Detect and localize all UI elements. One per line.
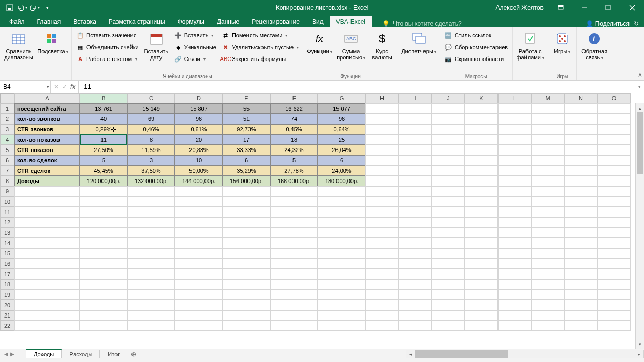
cell[interactable]: 33,33%	[223, 145, 270, 155]
cell[interactable]	[127, 207, 175, 217]
cell[interactable]	[531, 197, 564, 207]
cell[interactable]	[531, 217, 564, 228]
cell[interactable]: 15 807	[175, 103, 223, 114]
cell[interactable]	[531, 134, 564, 145]
cell[interactable]	[465, 238, 498, 248]
cell[interactable]: 74	[270, 114, 318, 124]
cell[interactable]	[432, 186, 465, 197]
cell[interactable]	[80, 207, 127, 217]
ribbon-options-icon[interactable]	[549, 0, 573, 15]
currency-button[interactable]: $ Курс валюты	[370, 29, 394, 72]
cell[interactable]: 16 622	[270, 103, 318, 114]
merge-cells-button[interactable]: ▦Объединить ячейки	[75, 41, 140, 53]
cell[interactable]	[80, 321, 127, 331]
cell[interactable]	[432, 279, 465, 290]
tab-vbaexcel[interactable]: VBA-Excel	[330, 16, 372, 27]
cell[interactable]	[597, 217, 631, 228]
cell[interactable]	[127, 248, 175, 259]
cell[interactable]	[318, 197, 365, 207]
cell[interactable]	[432, 197, 465, 207]
cell[interactable]	[365, 134, 399, 145]
cell[interactable]	[465, 124, 498, 134]
cell[interactable]	[270, 238, 318, 248]
cell[interactable]	[498, 217, 531, 228]
row-header[interactable]: 20	[0, 300, 14, 310]
cell[interactable]	[597, 248, 631, 259]
cell[interactable]	[399, 290, 432, 300]
cell[interactable]	[531, 290, 564, 300]
cell[interactable]	[432, 155, 465, 165]
cell[interactable]	[175, 197, 223, 207]
cell[interactable]	[531, 165, 564, 176]
cell[interactable]	[175, 248, 223, 259]
cell[interactable]	[270, 290, 318, 300]
cell[interactable]	[597, 165, 631, 176]
sheet-tab[interactable]: Расходы	[62, 350, 100, 358]
cell[interactable]	[318, 310, 365, 321]
cell[interactable]: 11	[80, 134, 127, 145]
cell[interactable]: 0,64%	[318, 124, 365, 134]
cell[interactable]	[14, 228, 80, 238]
cell[interactable]	[531, 259, 564, 269]
cell[interactable]	[223, 310, 270, 321]
column-header[interactable]: B	[80, 93, 127, 103]
cell[interactable]	[399, 310, 432, 321]
cell[interactable]	[365, 300, 399, 310]
cell[interactable]	[365, 124, 399, 134]
cell[interactable]	[465, 145, 498, 155]
cell[interactable]	[597, 197, 631, 207]
cell[interactable]: 27,50%	[80, 145, 127, 155]
cell[interactable]	[365, 165, 399, 176]
cell[interactable]	[465, 165, 498, 176]
cell[interactable]	[399, 279, 432, 290]
hscroll-thumb[interactable]	[415, 350, 508, 358]
cell[interactable]: CTR звонков	[14, 124, 80, 134]
cell[interactable]	[127, 217, 175, 228]
cell[interactable]: 3	[127, 155, 175, 165]
cell[interactable]	[432, 165, 465, 176]
cell[interactable]	[498, 114, 531, 124]
cell[interactable]	[80, 197, 127, 207]
cell[interactable]	[14, 279, 80, 290]
text-work-button[interactable]: AРабота с текстом▾	[75, 53, 140, 65]
cell[interactable]: 55	[223, 103, 270, 114]
cell[interactable]	[432, 290, 465, 300]
cell[interactable]	[175, 269, 223, 279]
column-header[interactable]: E	[223, 93, 270, 103]
cell[interactable]: 20	[175, 134, 223, 145]
cell[interactable]	[223, 269, 270, 279]
tell-me-search[interactable]: 💡Что вы хотите сделать?	[382, 20, 462, 27]
redo-icon[interactable]: ▾	[29, 2, 40, 13]
cell[interactable]: 5	[270, 155, 318, 165]
cell[interactable]	[597, 207, 631, 217]
cell[interactable]	[270, 197, 318, 207]
column-header[interactable]: F	[270, 93, 318, 103]
tab-pagelayout[interactable]: Разметка страницы	[103, 16, 171, 27]
links-button[interactable]: 🔗Связи▾	[173, 53, 217, 65]
cell[interactable]	[127, 269, 175, 279]
cell[interactable]	[365, 310, 399, 321]
cell[interactable]	[465, 176, 498, 186]
cell[interactable]	[318, 228, 365, 238]
cell[interactable]	[399, 186, 432, 197]
feedback-button[interactable]: i Обратная связь▾	[580, 29, 609, 78]
cell[interactable]	[175, 228, 223, 238]
cell[interactable]	[597, 279, 631, 290]
cell[interactable]	[432, 238, 465, 248]
cell[interactable]: 40	[80, 114, 127, 124]
cell[interactable]	[399, 197, 432, 207]
cell[interactable]	[399, 155, 432, 165]
tab-formulas[interactable]: Формулы	[171, 16, 211, 27]
cell[interactable]	[432, 114, 465, 124]
cell[interactable]	[498, 321, 531, 331]
column-header[interactable]: N	[564, 93, 597, 103]
sheet-tab-active[interactable]: Доходы	[26, 349, 62, 358]
cell[interactable]	[531, 310, 564, 321]
cell[interactable]	[498, 124, 531, 134]
cell[interactable]	[597, 321, 631, 331]
cell[interactable]	[223, 279, 270, 290]
cell[interactable]	[564, 228, 597, 238]
cell[interactable]	[498, 269, 531, 279]
cell[interactable]	[498, 248, 531, 259]
row-header[interactable]: 14	[0, 238, 14, 248]
